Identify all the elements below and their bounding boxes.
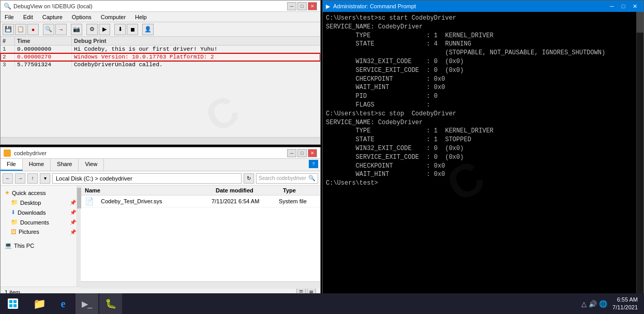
content-horizontal-scrollbar[interactable] — [81, 281, 320, 289]
tab-home[interactable]: Home — [23, 159, 51, 171]
table-row[interactable]: 2 0.00000270 Windows Version: 10.0.17763… — [1, 53, 320, 61]
fe-minimize-button[interactable]: ─ — [287, 149, 296, 157]
toolbar-btn-7[interactable]: ⚙ — [86, 24, 98, 35]
folder-downloads-icon: ⬇ — [11, 209, 16, 216]
cmd-scroll-thumb[interactable] — [636, 12, 643, 33]
folder-title-icon — [4, 149, 11, 157]
cmd-maximize-button[interactable]: □ — [618, 1, 629, 12]
taskbar-app-debugview[interactable]: 🐛 — [99, 293, 122, 314]
fileexplorer-ribbon: File Home Share View ? — [1, 159, 320, 171]
sidebar-scroll-thumb[interactable] — [77, 188, 81, 208]
toolbar-btn-6[interactable]: 📷 — [71, 24, 82, 35]
sidebar-item-desktop[interactable]: 📁 Desktop 📌 — [1, 198, 80, 207]
sidebar-scrollbar[interactable] — [77, 186, 81, 287]
menu-capture[interactable]: Capture — [40, 13, 65, 21]
col-date-modified[interactable]: Date modified — [212, 186, 279, 195]
menu-edit[interactable]: Edit — [21, 13, 35, 21]
fe-maximize-button[interactable]: □ — [297, 149, 307, 157]
folder-desktop-icon: 📁 — [11, 199, 18, 206]
cmd-window-controls: ─ □ ✕ — [606, 1, 640, 12]
nav-back-button[interactable]: ← — [3, 173, 13, 184]
fileexplorer-content: Name Date modified Type 📄 Codeby_Test_Dr… — [81, 186, 320, 287]
tab-share[interactable]: Share — [51, 159, 79, 171]
toolbar-btn-8[interactable]: ▶ — [99, 24, 110, 35]
debugview-window-controls: ─ □ ✕ — [287, 2, 317, 10]
menu-help[interactable]: Help — [133, 13, 149, 21]
cmd-line: C:\Users\test>sc stop CodebyDriver — [326, 110, 640, 118]
sidebar-item-documents[interactable]: 📁 Documents 📌 — [1, 217, 80, 227]
fe-help-button[interactable]: ? — [309, 160, 318, 168]
cmd-line: FLAGS : — [326, 101, 640, 110]
list-item[interactable]: 📄 Codeby_Test_Driver.sys 7/11/2021 6:54 … — [81, 196, 320, 207]
menu-options[interactable]: Options — [70, 13, 94, 21]
sidebar-item-downloads[interactable]: ⬇ Downloads 📌 — [1, 207, 80, 217]
tab-file[interactable]: File — [1, 159, 23, 171]
sidebar-item-quickaccess[interactable]: ★ Quick access — [1, 188, 80, 198]
cmd-line: WIN32_EXIT_CODE : 0 (0x0) — [326, 57, 640, 66]
close-button[interactable]: ✕ — [308, 2, 317, 10]
search-icon[interactable]: 🔍 — [308, 175, 316, 182]
toolbar-btn-3[interactable]: ● — [27, 24, 39, 35]
sidebar-label-documents: Documents — [20, 219, 49, 226]
nav-up-button[interactable]: ↑ — [27, 173, 38, 184]
toolbar-btn-5[interactable]: → — [55, 24, 67, 35]
cmd-scrollbar[interactable] — [636, 12, 643, 300]
tray-speaker-icon[interactable]: 🔊 — [589, 300, 597, 308]
taskbar-app-fileexplorer[interactable]: 📁 — [28, 293, 51, 314]
sidebar-item-thispc[interactable]: 💻 This PC — [1, 241, 80, 250]
refresh-button[interactable]: ↻ — [244, 173, 254, 184]
sidebar-label-pictures: Pictures — [19, 229, 39, 235]
tray-chevron-icon[interactable]: △ — [581, 300, 587, 308]
sidebar-item-pictures[interactable]: 🖼 Pictures 📌 — [1, 227, 80, 236]
tray-network-icon[interactable]: 🌐 — [599, 300, 607, 308]
search-box[interactable]: Search codebydriver 🔍 — [256, 173, 318, 184]
fileexplorer-window-controls: ─ □ ✕ — [287, 149, 317, 157]
cmd-line: (STOPPABLE, NOT_PAUSABLE, IGNORES_SHUTDO… — [326, 49, 640, 57]
table-row[interactable]: 1 0.00000000 Hi Codeby, this is our firs… — [1, 46, 320, 53]
toolbar-btn-2[interactable]: 📋 — [15, 24, 26, 35]
col-name[interactable]: Name — [81, 186, 212, 195]
nav-forward-button[interactable]: → — [15, 173, 25, 184]
debugview-title-icon: 🔍 — [4, 3, 11, 10]
cmd-line: CHECKPOINT : 0x0 — [326, 162, 640, 171]
cmd-line: C:\Users\test>sc start CodebyDriver — [326, 14, 640, 23]
cmd-minimize-button[interactable]: ─ — [606, 1, 618, 12]
horizontal-scrollbar[interactable] — [1, 137, 320, 144]
cmd-close-button[interactable]: ✕ — [629, 1, 640, 12]
minimize-button[interactable]: ─ — [287, 2, 296, 10]
table-row[interactable]: 3 5.77591324 CodebyDriverUnload called. — [1, 61, 320, 69]
taskbar: 📁 e ▶_ 🐛 △ 🔊 🌐 6:55 AM 7/11/2021 — [0, 293, 644, 314]
toolbar-btn-1[interactable]: 💾 — [3, 24, 14, 35]
toolbar-btn-11[interactable]: 👤 — [142, 24, 154, 35]
file-name: Codeby_Test_Driver.sys — [97, 197, 207, 206]
taskbar-app-ie[interactable]: e — [52, 293, 74, 314]
clock-time: 6:55 AM — [612, 296, 638, 304]
fileexplorer-title: codebydriver — [14, 150, 287, 156]
col-num: # — [1, 37, 15, 45]
fileexplorer-sidebar: ★ Quick access 📁 Desktop 📌 ⬇ Downloads 📌… — [1, 186, 81, 287]
cmd-line: C:\Users\test> — [326, 179, 640, 188]
toolbar-btn-4[interactable]: 🔍 — [43, 24, 54, 35]
maximize-button[interactable]: □ — [297, 2, 307, 10]
toolbar-btn-9[interactable]: ⬇ — [114, 24, 126, 35]
content-column-header: Name Date modified Type — [81, 186, 320, 196]
system-clock[interactable]: 6:55 AM 7/11/2021 — [609, 296, 641, 312]
file-date: 7/11/2021 6:54 AM — [207, 197, 275, 206]
cmd-titlebar: ▶ Administrator: Command Prompt ─ □ ✕ — [323, 1, 643, 12]
fileexplorer-icon: 📁 — [33, 297, 46, 310]
toolbar-btn-10[interactable]: ⏹ — [127, 24, 138, 35]
sidebar-label-downloads: Downloads — [18, 210, 46, 216]
menu-computer[interactable]: Computer — [99, 13, 128, 21]
cmd-line: STATE : 1 STOPPED — [326, 136, 640, 144]
start-button[interactable] — [0, 293, 26, 314]
menu-file[interactable]: File — [3, 13, 16, 21]
fe-close-button[interactable]: ✕ — [308, 149, 317, 157]
taskbar-app-cmd[interactable]: ▶_ — [76, 293, 98, 314]
address-breadcrumb[interactable]: Local Disk (C:) > codebydriver — [52, 173, 242, 184]
col-type[interactable]: Type — [279, 186, 320, 195]
cmd-body[interactable]: C:\Users\test>sc start CodebyDriver SERV… — [323, 12, 643, 300]
tab-view[interactable]: View — [79, 159, 104, 171]
computer-icon: 💻 — [5, 242, 12, 249]
cmd-line: WIN32_EXIT_CODE : 0 (0x0) — [326, 144, 640, 153]
nav-recent-button[interactable]: ▾ — [40, 173, 50, 184]
